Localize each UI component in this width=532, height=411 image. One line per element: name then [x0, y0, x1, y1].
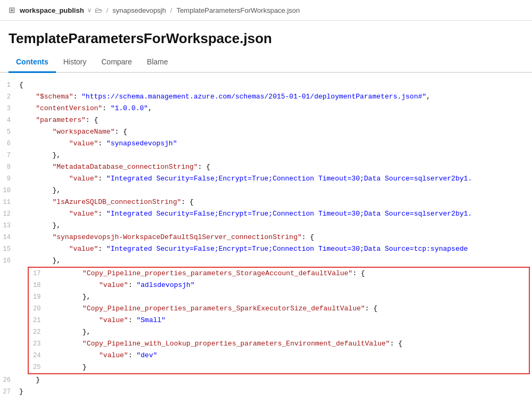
code-line-3: 3 "contentVersion": "1.0.0.0",	[0, 103, 532, 114]
line-num-20: 20	[29, 303, 49, 315]
line-num-22: 22	[29, 326, 49, 338]
line-num-13: 13	[0, 220, 19, 232]
line-content-6: "value": "synapsedevopsjh"	[19, 138, 532, 150]
page-title: TemplateParametersForWorkspace.json	[9, 30, 523, 47]
line-num-1: 1	[0, 79, 19, 91]
line-num-25: 25	[29, 361, 49, 373]
line-content-14: "synapsedevopsjh-WorkspaceDefaultSqlServ…	[19, 232, 532, 243]
line-num-6: 6	[0, 138, 19, 150]
line-content-5: "workspaceName": {	[19, 126, 532, 138]
tab-contents[interactable]: Contents	[9, 53, 56, 73]
line-content-24: "value": "dev"	[49, 350, 529, 361]
line-content-4: "parameters": {	[19, 114, 532, 126]
code-lines-closing: 26 } 27 }	[0, 374, 532, 398]
code-line-18: 18 "value": "adlsdevopsjh"	[29, 280, 529, 291]
line-content-1: {	[19, 79, 532, 91]
code-area: 1 { 2 "$schema": "https://schema.managem…	[0, 73, 532, 404]
line-num-16: 16	[0, 255, 19, 267]
line-content-11: "lsAzureSQLDB_connectionString": {	[19, 196, 532, 208]
line-num-14: 14	[0, 232, 19, 243]
code-line-23: 23 "Copy_Pipeline_with_Lookup_properties…	[29, 338, 529, 350]
line-content-19: },	[49, 291, 529, 303]
repo-icon: ⊞	[9, 5, 15, 15]
line-content-7: },	[19, 150, 532, 161]
line-content-21: "value": "Small"	[49, 315, 529, 326]
code-line-13: 13 },	[0, 220, 532, 232]
line-num-21: 21	[29, 315, 49, 326]
code-line-19: 19 },	[29, 291, 529, 303]
tabs-bar: Contents History Compare Blame	[0, 53, 532, 73]
line-num-5: 5	[0, 126, 19, 138]
line-num-7: 7	[0, 150, 19, 161]
code-line-24: 24 "value": "dev"	[29, 350, 529, 361]
highlighted-block: 17 "Copy_Pipeline_properties_parameters_…	[28, 267, 530, 374]
line-content-17: "Copy_Pipeline_properties_parameters_Sto…	[49, 268, 529, 280]
code-line-6: 6 "value": "synapsedevopsjh"	[0, 138, 532, 150]
line-content-23: "Copy_Pipeline_with_Lookup_properties_pa…	[49, 338, 529, 350]
line-num-26: 26	[0, 374, 19, 386]
code-line-17: 17 "Copy_Pipeline_properties_parameters_…	[29, 268, 529, 280]
code-line-2: 2 "$schema": "https://schema.management.…	[0, 91, 532, 103]
repo-name[interactable]: workspace_publish	[20, 6, 84, 14]
line-content-15: "value": "Integrated Security=False;Encr…	[19, 243, 532, 255]
code-line-16: 16 },	[0, 255, 532, 267]
line-content-13: },	[19, 220, 532, 232]
line-content-8: "MetadataDatabase_connectionString": {	[19, 161, 532, 173]
code-line-20: 20 "Copy_Pipeline_properties_parameters_…	[29, 303, 529, 315]
tab-blame[interactable]: Blame	[140, 53, 176, 73]
line-content-20: "Copy_Pipeline_properties_parameters_Spa…	[49, 303, 529, 315]
code-line-25: 25 }	[29, 361, 529, 373]
page-title-section: TemplateParametersForWorkspace.json	[0, 21, 532, 53]
line-content-2: "$schema": "https://schema.management.az…	[19, 91, 532, 103]
code-line-27: 27 }	[0, 386, 532, 398]
code-line-21: 21 "value": "Small"	[29, 315, 529, 326]
breadcrumb-file[interactable]: TemplateParametersForWorkspace.json	[176, 6, 300, 14]
chevron-down-icon: ∨	[87, 7, 92, 14]
code-line-5: 5 "workspaceName": {	[0, 126, 532, 138]
folder-icon: 🗁	[95, 6, 102, 14]
line-num-9: 9	[0, 173, 19, 185]
line-num-19: 19	[29, 291, 49, 303]
code-line-10: 10 },	[0, 185, 532, 196]
code-line-4: 4 "parameters": {	[0, 114, 532, 126]
code-line-9: 9 "value": "Integrated Security=False;En…	[0, 173, 532, 185]
line-num-12: 12	[0, 208, 19, 220]
line-num-11: 11	[0, 196, 19, 208]
line-content-18: "value": "adlsdevopsjh"	[49, 280, 529, 291]
tab-history[interactable]: History	[56, 53, 94, 73]
line-content-12: "value": "Integrated Security=False;Encr…	[19, 208, 532, 220]
code-line-14: 14 "synapsedevopsjh-WorkspaceDefaultSqlS…	[0, 232, 532, 243]
code-line-12: 12 "value": "Integrated Security=False;E…	[0, 208, 532, 220]
code-line-1: 1 {	[0, 79, 532, 91]
line-num-24: 24	[29, 350, 49, 361]
line-num-17: 17	[29, 268, 49, 280]
tab-compare[interactable]: Compare	[94, 53, 140, 73]
code-line-15: 15 "value": "Integrated Security=False;E…	[0, 243, 532, 255]
line-content-25: }	[49, 361, 529, 373]
breadcrumb-org[interactable]: synapsedevopsjh	[112, 6, 166, 14]
line-num-3: 3	[0, 103, 19, 114]
line-content-10: },	[19, 185, 532, 196]
code-line-7: 7 },	[0, 150, 532, 161]
line-content-22: },	[49, 326, 529, 338]
line-content-16: },	[19, 255, 532, 267]
line-content-9: "value": "Integrated Security=False;Encr…	[19, 173, 532, 185]
code-line-22: 22 },	[29, 326, 529, 338]
line-num-8: 8	[0, 161, 19, 173]
code-line-8: 8 "MetadataDatabase_connectionString": {	[0, 161, 532, 173]
line-num-4: 4	[0, 114, 19, 126]
code-line-11: 11 "lsAzureSQLDB_connectionString": {	[0, 196, 532, 208]
line-content-26: }	[19, 374, 532, 386]
code-lines-normal: 1 { 2 "$schema": "https://schema.managem…	[0, 79, 532, 267]
code-line-26: 26 }	[0, 374, 532, 386]
line-num-23: 23	[29, 338, 49, 350]
line-content-27: }	[19, 386, 532, 398]
line-num-2: 2	[0, 91, 19, 103]
line-num-27: 27	[0, 386, 19, 398]
separator-1: /	[107, 6, 109, 14]
line-num-10: 10	[0, 185, 19, 196]
line-num-15: 15	[0, 243, 19, 255]
line-num-18: 18	[29, 280, 49, 291]
separator-2: /	[170, 6, 173, 14]
line-content-3: "contentVersion": "1.0.0.0",	[19, 103, 532, 114]
